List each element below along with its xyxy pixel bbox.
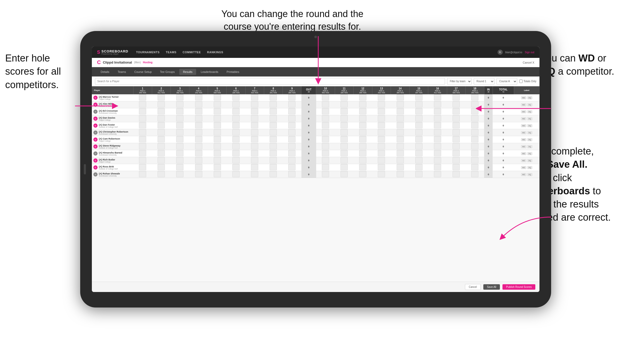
score-box[interactable] (340, 143, 348, 149)
score-box[interactable] (415, 150, 423, 156)
score-box[interactable] (139, 136, 146, 142)
score-box[interactable] (359, 143, 366, 149)
score-box[interactable] (340, 171, 348, 177)
score-box[interactable] (434, 108, 441, 114)
score-box[interactable] (340, 136, 348, 142)
score-box[interactable] (340, 108, 348, 114)
score-box[interactable] (176, 115, 183, 121)
score-box[interactable] (270, 157, 277, 163)
score-box[interactable] (251, 94, 258, 101)
score-box[interactable] (378, 94, 385, 101)
wd-button[interactable]: WD (521, 131, 526, 134)
score-box[interactable] (415, 129, 423, 135)
score-box[interactable] (434, 157, 441, 163)
score-box[interactable] (415, 101, 423, 107)
score-box[interactable] (251, 136, 258, 142)
tab-course-setup[interactable]: Course Setup (131, 69, 155, 75)
score-box[interactable] (270, 129, 277, 135)
wd-button[interactable]: WD (521, 103, 526, 106)
score-box[interactable] (251, 157, 258, 163)
score-box[interactable] (195, 101, 202, 107)
wd-button[interactable]: WD (521, 138, 526, 141)
score-box[interactable] (176, 143, 183, 149)
score-box[interactable] (415, 143, 423, 149)
dq-button[interactable]: DQ (527, 117, 532, 120)
score-box[interactable] (195, 164, 202, 170)
score-box[interactable] (359, 115, 366, 121)
score-box[interactable] (232, 108, 240, 114)
score-box[interactable] (195, 122, 202, 128)
score-box[interactable] (434, 164, 441, 170)
score-box[interactable] (158, 136, 165, 142)
score-box[interactable] (139, 150, 146, 156)
course-select[interactable]: Course A (497, 78, 517, 85)
score-box[interactable] (453, 150, 460, 156)
score-box[interactable] (453, 143, 460, 149)
score-box[interactable] (340, 129, 348, 135)
score-box[interactable] (232, 136, 240, 142)
score-box[interactable] (176, 129, 183, 135)
score-box[interactable] (359, 136, 366, 142)
score-box[interactable] (158, 150, 165, 156)
score-box[interactable] (214, 94, 221, 101)
score-box[interactable] (288, 150, 295, 156)
score-box[interactable] (415, 122, 423, 128)
score-box[interactable] (397, 164, 404, 170)
wd-button[interactable]: WD (521, 110, 526, 113)
score-box[interactable] (251, 122, 258, 128)
wd-button[interactable]: WD (521, 152, 526, 155)
score-box[interactable] (378, 122, 385, 128)
score-box[interactable] (322, 129, 329, 135)
score-box[interactable] (195, 94, 202, 101)
cancel-button[interactable]: Cancel (465, 284, 481, 290)
score-box[interactable] (214, 157, 221, 163)
score-box[interactable] (415, 171, 423, 177)
score-box[interactable] (378, 150, 385, 156)
score-box[interactable] (434, 94, 441, 101)
score-box[interactable] (471, 143, 478, 149)
score-box[interactable] (397, 157, 404, 163)
dq-button[interactable]: DQ (527, 159, 532, 162)
score-box[interactable] (359, 101, 366, 107)
score-box[interactable] (232, 150, 240, 156)
publish-button[interactable]: Publish Round Scores (502, 284, 535, 290)
score-box[interactable] (251, 150, 258, 156)
score-box[interactable] (378, 171, 385, 177)
score-box[interactable] (195, 171, 202, 177)
score-box[interactable] (471, 129, 478, 135)
score-box[interactable] (176, 94, 183, 101)
score-box[interactable] (340, 101, 348, 107)
score-box[interactable] (139, 143, 146, 149)
score-box[interactable] (471, 108, 478, 114)
score-box[interactable] (232, 122, 240, 128)
score-box[interactable] (214, 108, 221, 114)
score-box[interactable] (158, 164, 165, 170)
score-box[interactable] (158, 171, 165, 177)
score-box[interactable] (270, 150, 277, 156)
score-box[interactable] (214, 122, 221, 128)
score-box[interactable] (471, 136, 478, 142)
score-box[interactable] (434, 136, 441, 142)
score-box[interactable] (270, 94, 277, 101)
score-box[interactable] (378, 129, 385, 135)
score-box[interactable] (195, 129, 202, 135)
score-box[interactable] (397, 122, 404, 128)
score-box[interactable] (415, 108, 423, 114)
score-box[interactable] (415, 157, 423, 163)
score-box[interactable] (359, 129, 366, 135)
score-box[interactable] (453, 171, 460, 177)
score-box[interactable] (322, 157, 329, 163)
score-box[interactable] (176, 164, 183, 170)
wd-button[interactable]: WD (521, 173, 526, 176)
score-box[interactable] (415, 164, 423, 170)
score-box[interactable] (139, 115, 146, 121)
score-box[interactable] (453, 108, 460, 114)
wd-button[interactable]: WD (521, 96, 526, 99)
score-box[interactable] (232, 164, 240, 170)
score-box[interactable] (232, 143, 240, 149)
score-box[interactable] (214, 101, 221, 107)
score-box[interactable] (322, 122, 329, 128)
dq-button[interactable]: DQ (527, 145, 532, 148)
score-box[interactable] (288, 157, 295, 163)
score-box[interactable] (232, 101, 240, 107)
